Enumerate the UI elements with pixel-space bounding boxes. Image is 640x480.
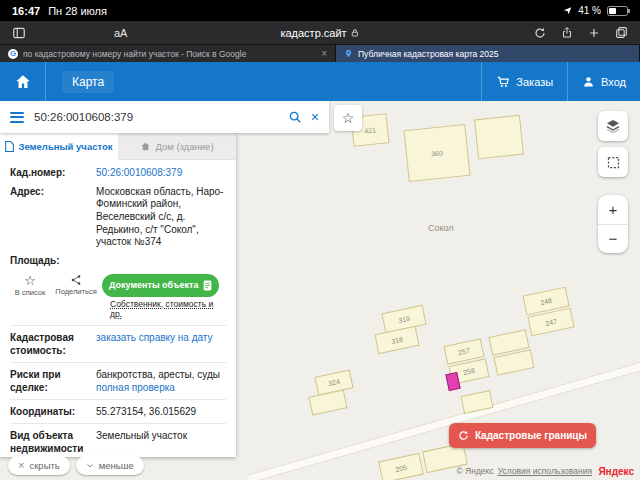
owner-info-link[interactable]: Собственник, стоимость и др. <box>110 299 226 319</box>
tab-title: Публичная кадастровая карта 2025 <box>358 49 631 59</box>
nav-map-tab[interactable]: Карта <box>62 71 114 93</box>
status-bar: 16:47 Пн 28 июля 41 % <box>0 0 640 21</box>
add-to-list-button[interactable]: ☆ В список <box>10 274 50 297</box>
address-bar[interactable]: кадастр.сайт <box>280 27 359 39</box>
zoom-out-button[interactable]: − <box>598 224 628 254</box>
documents-label: Документы объекта <box>109 280 199 290</box>
area-label: Площадь: <box>10 255 96 268</box>
collapse-panel-button[interactable]: меньше <box>76 456 144 475</box>
less-label: меньше <box>99 460 134 471</box>
battery-icon <box>607 6 628 16</box>
close-icon: × <box>18 460 24 471</box>
area-value <box>96 255 226 268</box>
zoom-in-button[interactable]: + <box>598 195 628 224</box>
user-icon <box>582 75 595 88</box>
measure-icon <box>606 155 621 170</box>
browser-tab-google[interactable]: G по кадастровому номеру найти участок -… <box>0 45 336 62</box>
object-type-label: Вид объекта недвижимости <box>10 429 96 455</box>
coords-row: Координаты: 55.273154, 36.015629 <box>10 399 226 423</box>
object-type-value: Земельный участок <box>96 429 226 455</box>
document-icon <box>5 141 14 152</box>
map-parcel[interactable] <box>474 115 524 160</box>
screen: 16:47 Пн 28 июля 41 % аА кадастр.сайт <box>0 0 640 480</box>
cost-label: Кадастровая стоимость: <box>10 331 96 357</box>
object-panel: Земельный участок Дом (здание) Кад.номер… <box>0 133 236 457</box>
pin-icon <box>344 48 353 59</box>
location-arrow-icon <box>563 6 572 15</box>
yandex-logo: Яндекс <box>598 466 634 477</box>
tab-land-label: Земельный участок <box>18 141 112 152</box>
tabs-icon[interactable] <box>615 26 628 39</box>
lock-icon <box>351 28 360 38</box>
favorite-button[interactable]: ☆ <box>334 105 362 131</box>
cadastral-borders-button[interactable]: Кадастровые границы <box>449 423 596 448</box>
browser-toolbar: аА кадастр.сайт <box>0 21 640 45</box>
login-button[interactable]: Вход <box>567 62 640 101</box>
home-button[interactable] <box>0 62 46 101</box>
close-tab-icon[interactable]: × <box>321 48 327 59</box>
google-favicon-icon: G <box>8 49 18 59</box>
search-input[interactable] <box>34 111 279 123</box>
tab-title: по кадастровому номеру найти участок - П… <box>23 49 316 59</box>
cost-link[interactable]: заказать справку на дату <box>96 331 226 357</box>
layers-button[interactable] <box>598 111 628 141</box>
sidebar-icon[interactable] <box>12 26 26 40</box>
reload-icon[interactable] <box>534 27 546 39</box>
site-header: Карта Заказы Вход <box>0 62 640 101</box>
battery-percent: 41 % <box>578 5 601 16</box>
share-button[interactable]: Поделиться <box>56 274 96 296</box>
tab-land-parcel[interactable]: Земельный участок <box>0 133 118 160</box>
menu-icon[interactable] <box>10 112 24 123</box>
new-tab-icon[interactable] <box>588 27 600 39</box>
address-value: Московская область, Наро-Фоминский район… <box>96 186 226 249</box>
coords-value: 55.273154, 36.015629 <box>96 405 226 418</box>
cart-icon <box>496 75 510 89</box>
login-label: Вход <box>601 76 626 88</box>
orders-button[interactable]: Заказы <box>481 62 567 101</box>
star-icon: ☆ <box>24 274 36 287</box>
refresh-icon <box>458 430 469 441</box>
area-row: Площадь: <box>10 255 226 268</box>
address-row: Адрес: Московская область, Наро-Фомински… <box>10 186 226 249</box>
chevron-down-icon <box>86 462 94 470</box>
map-parcel[interactable]: 360 <box>403 124 470 182</box>
map-parcel[interactable] <box>308 389 347 415</box>
share-nodes-icon <box>70 274 82 286</box>
measure-button[interactable] <box>598 147 628 177</box>
reader-button[interactable]: аА <box>114 27 127 39</box>
tab-bar: G по кадастровому номеру найти участок -… <box>0 45 640 62</box>
map-parcel[interactable]: 205 <box>378 453 424 480</box>
share-icon[interactable] <box>561 26 573 39</box>
hide-panel-button[interactable]: × скрыть <box>8 456 70 475</box>
map-area-label: Сокол <box>428 223 454 233</box>
map-parcel[interactable]: 318 <box>374 326 419 354</box>
tab-house-label: Дом (здание) <box>155 141 213 152</box>
object-type-row: Вид объекта недвижимости Земельный участ… <box>10 423 226 457</box>
search-bar: × <box>0 101 329 133</box>
date: Пн 28 июля <box>48 5 107 17</box>
risks-label: Риски при сделке: <box>10 368 96 394</box>
share-label: Поделиться <box>55 287 96 296</box>
coords-label: Координаты: <box>10 405 96 418</box>
layers-icon <box>605 118 621 134</box>
cad-number-label: Кад.номер: <box>10 167 96 180</box>
hide-label: скрыть <box>29 460 59 471</box>
house-icon <box>140 141 151 152</box>
clear-icon[interactable]: × <box>311 110 319 124</box>
risks-check-link[interactable]: полная проверка <box>96 381 226 394</box>
actions-row: ☆ В список Поделиться Документы объекта <box>10 274 226 297</box>
page-icon <box>203 280 212 291</box>
cad-number-link[interactable]: 50:26:0010608:379 <box>96 167 226 180</box>
home-icon <box>14 73 32 91</box>
url-text: кадастр.сайт <box>280 27 346 39</box>
address-label: Адрес: <box>10 186 96 249</box>
cost-row: Кадастровая стоимость: заказать справку … <box>10 325 226 362</box>
object-documents-button[interactable]: Документы объекта <box>102 274 219 297</box>
add-to-list-label: В список <box>15 288 45 297</box>
browser-tab-cadastre[interactable]: Публичная кадастровая карта 2025 <box>336 45 640 62</box>
map-copyright: © Яндекс Условия использования <box>456 466 592 476</box>
terms-link[interactable]: Условия использования <box>498 466 592 476</box>
risks-value: банкротства, аресты, суды <box>96 368 226 381</box>
tab-house[interactable]: Дом (здание) <box>118 133 236 160</box>
search-icon[interactable] <box>288 110 302 124</box>
